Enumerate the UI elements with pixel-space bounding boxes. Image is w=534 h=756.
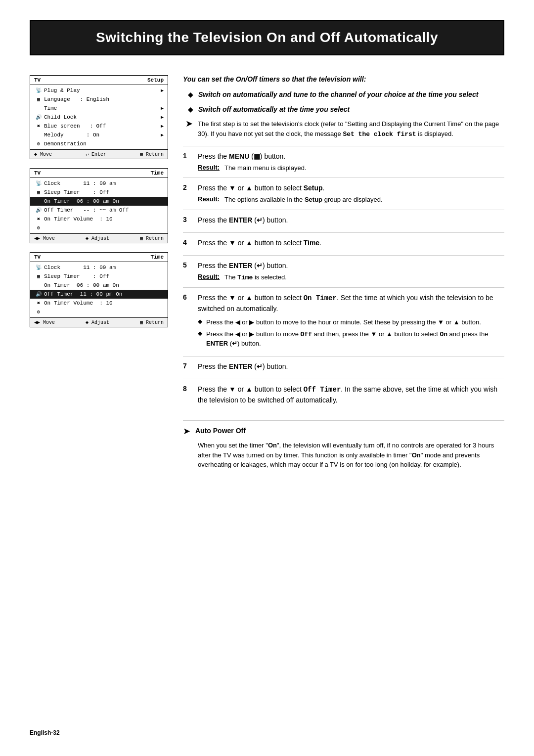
tv-row-arrow: ▶: [161, 114, 164, 120]
tv-screen-2: TV Time 📡 Clock 11 : 00 am ▦ Sleep Timer…: [30, 168, 168, 243]
content-cols: TV Setup 📡 Plug & Play ▶ ▦ Language : En…: [30, 75, 504, 470]
tv-row-highlighted: On Timer 06 : 00 am On: [30, 197, 168, 206]
step-row-2: 2 Press the ▼ or ▲ button to select Setu…: [183, 178, 504, 209]
tv-footer-text: ▦ Return: [140, 235, 164, 241]
tv-screen-2-body: 📡 Clock 11 : 00 am ▦ Sleep Timer : Off O…: [30, 178, 168, 233]
tv-row: Melody : On ▶: [30, 131, 168, 139]
tv-icon: ⚙: [34, 309, 43, 315]
tv-screen-3-header: TV Time: [30, 253, 168, 262]
tv-icon: ⚙: [34, 141, 43, 147]
tv-footer-text: ↵ Enter: [86, 151, 106, 157]
result-text: The main menu is displayed.: [224, 164, 306, 173]
bullet-item-2: ◆ Switch off automatically at the time y…: [183, 105, 504, 115]
tv-screen-3-body: 📡 Clock 11 : 00 am ▦ Sleep Timer : Off O…: [30, 262, 168, 317]
tv-screen-1: TV Setup 📡 Plug & Play ▶ ▦ Language : En…: [30, 75, 168, 159]
tv-row-text: Sleep Timer : Off: [43, 189, 164, 195]
tv-footer-text: ◆ Adjust: [86, 235, 109, 241]
tv-row-text: Blue screen : Off: [43, 123, 161, 129]
tv-row: 🔊 Off Timer -- : ~~ am Off: [30, 206, 168, 215]
tv-row: ✖ On Timer Volume : 10: [30, 299, 168, 308]
step-number: 3: [183, 215, 198, 223]
tv-row: ⚙ Demonstration: [30, 139, 168, 148]
diamond-icon: ◆: [188, 105, 193, 113]
tv-row-text: Sleep Timer : Off: [43, 273, 164, 279]
tv-icon: ▦: [34, 189, 43, 195]
tv-row-arrow: ▶: [161, 88, 164, 93]
tv-icon: ✖: [34, 300, 43, 306]
step-content: Press the ENTER (↵) button.: [198, 215, 504, 227]
step-row-6: 6 Press the ▼ or ▲ button to select On T…: [183, 287, 504, 356]
step-sub-bullets: ◆ Press the ◀ or ▶ button to move to the…: [198, 318, 504, 349]
tv-row: On Timer 06 : 00 am On: [30, 281, 168, 290]
tv-icon: 📡: [34, 265, 43, 270]
diamond-icon: ◆: [198, 318, 202, 325]
step-number: 6: [183, 293, 198, 301]
tv-icon: 🔊: [34, 291, 43, 297]
step-number: 8: [183, 384, 198, 393]
result-row: Result: The Time is selected.: [198, 273, 504, 282]
sub-bullet: ◆ Press the ◀ or ▶ button to move Off an…: [198, 330, 504, 348]
page-footer: English-32: [30, 729, 60, 736]
tv-row-text: Off Timer 11 : 00 pm On: [43, 291, 164, 297]
tv-footer-text: ◆ Adjust: [86, 319, 109, 325]
page-title: Switching the Television On and Off Auto…: [45, 30, 489, 45]
tv-row-arrow: ▶: [161, 123, 164, 129]
tv-row-text: Clock 11 : 00 am: [43, 180, 164, 186]
step-number: 4: [183, 238, 198, 246]
tv-icon: 🔊: [34, 207, 43, 213]
tv-icon: ▦: [34, 96, 43, 102]
tv-screen-3-title: Time: [151, 254, 164, 260]
tv-row: Time ▶: [30, 104, 168, 113]
note-item: ➤ The first step is to set the televisio…: [183, 119, 504, 139]
result-text: The Time is selected.: [224, 273, 287, 282]
page-title-box: Switching the Television On and Off Auto…: [30, 20, 504, 55]
tv-icon: 📡: [34, 180, 43, 186]
footer-text: English-32: [30, 729, 60, 736]
tv-row-text: Demonstration: [43, 141, 164, 147]
tv-screen-1-header: TV Setup: [30, 76, 168, 85]
step-main: Press the ▼ or ▲ button to select Time.: [198, 238, 504, 248]
tv-row-text: Language : English: [43, 96, 164, 102]
result-row: Result: The main menu is displayed.: [198, 164, 504, 173]
tv-row-text: Time: [43, 105, 161, 111]
tv-footer-text: ◀▶ Move: [34, 235, 55, 241]
tv-row: ✖ Blue screen : Off ▶: [30, 122, 168, 131]
tv-icon: ▦: [34, 273, 43, 279]
tv-footer-text: ▦ Return: [140, 319, 164, 325]
sub-text: Press the ◀ or ▶ button to move to the h…: [206, 318, 481, 327]
auto-power-text: When you set the timer "On", the televis…: [183, 441, 504, 470]
tv-row: 📡 Plug & Play ▶: [30, 86, 168, 95]
tv-row-text: On Timer 06 : 00 am On: [43, 198, 164, 204]
step-row-4: 4 Press the ▼ or ▲ button to select Time…: [183, 232, 504, 255]
step-row-1: 1 Press the MENU (▦) button. Result: The…: [183, 146, 504, 178]
tv-screen-3: TV Time 📡 Clock 11 : 00 am ▦ Sleep Timer…: [30, 252, 168, 327]
note-text: The first step is to set the television'…: [198, 119, 504, 139]
tv-row-text: Plug & Play: [43, 88, 161, 93]
step-main: Press the ENTER (↵) button.: [198, 261, 504, 271]
tv-icon: ⚙: [34, 225, 43, 231]
tv-row-text: On Timer Volume : 10: [43, 300, 164, 306]
tv-row-text: Child Lock: [43, 114, 161, 120]
bullet-text-1: Switch on automatically and tune to the …: [198, 90, 478, 100]
step-content: Press the ▼ or ▲ button to select On Tim…: [198, 293, 504, 352]
tv-icon: ✖: [34, 123, 43, 129]
tv-row-text: Clock 11 : 00 am: [43, 265, 164, 270]
left-col: TV Setup 📡 Plug & Play ▶ ▦ Language : En…: [30, 75, 168, 470]
arrow-icon: ➤: [183, 426, 190, 437]
auto-power-title: Auto Power Off: [195, 427, 246, 435]
tv-icon: 📡: [34, 88, 43, 93]
tv-icon: ✖: [34, 216, 43, 222]
bullet-item-1: ◆ Switch on automatically and tune to th…: [183, 90, 504, 100]
step-row-8: 8 Press the ▼ or ▲ button to select Off …: [183, 379, 504, 412]
tv-screen-1-label: TV: [34, 77, 41, 83]
tv-footer-text: ▦ Return: [140, 151, 164, 157]
diamond-icon: ◆: [198, 330, 202, 337]
step-content: Press the ENTER (↵) button.: [198, 361, 504, 374]
diamond-icon: ◆: [188, 90, 193, 98]
tv-row: 🔊 Child Lock ▶: [30, 113, 168, 122]
tv-row-text: Melody : On: [43, 132, 161, 138]
tv-screen-2-label: TV: [34, 170, 41, 176]
tv-row-text: On Timer Volume : 10: [43, 216, 164, 222]
tv-row: ▦ Sleep Timer : Off: [30, 272, 168, 281]
tv-icon: 🔊: [34, 114, 43, 120]
